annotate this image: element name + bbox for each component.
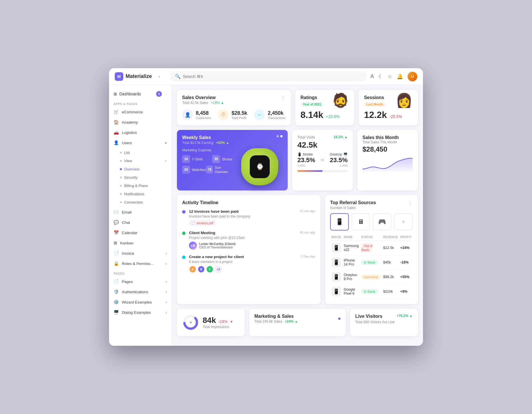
timeline-time-2: 45 min ago [300,231,315,235]
product-name: Samsung s22 [342,241,360,255]
person-avatar: LM [189,242,197,250]
weekly-right: ⌚ [237,148,283,185]
academy-label: Academy [122,120,138,124]
pages-label: Pages [122,280,133,284]
table-row: 📱 iPhone 14 Pro In Stock $45k -18% [330,255,413,270]
profit-icon: ⏱ [218,109,229,120]
table-row: 📱 Samsung s22 Out of Stock $12.5k +24% [330,241,413,255]
sidebar-item-dialog[interactable]: 🖥️ Dialog Examples › [109,307,172,317]
status-badge: Out of Stock [361,243,372,252]
desktop-icon: 🖥️ [343,152,348,156]
ratings-badge: Year of 2021 [301,102,323,106]
list-dot [120,152,122,154]
sidebar-sub-item-view[interactable]: View ∨ [109,157,172,165]
calendar-icon: 📅 [114,230,119,235]
device-add[interactable]: + [394,213,413,230]
impressions-icon: 🖥 [190,321,192,324]
timeline-desc-3: 6 team members in a project [189,260,315,264]
sidebar-item-chat[interactable]: 💬 Chat [109,217,172,228]
mobile-desktop-row: 📱 Mobile 23.5% 2,890 vs Desktop 🖥️ [297,152,348,167]
timeline-dot-1 [182,210,186,214]
dialog-icon: 🖥️ [114,310,119,315]
sidebar-sub-item-connection[interactable]: Connection [109,198,172,206]
referral-devices: 📱 🖥 🎮 + [330,213,413,230]
device-gamepad[interactable]: 🎮 [373,213,391,230]
sidebar-item-calendar[interactable]: 📅 Calendar [109,228,172,238]
sidebar-item-dashboards[interactable]: ⊞ Dashboards 5 › [109,89,172,99]
profit-value: $28.5k [231,110,247,116]
marketing-row-2: 26 Watches 78 Sun Glasses [182,165,232,174]
customers-label: Customers [196,116,211,120]
invoice-icon: 📄 [114,251,119,256]
sidebar-item-ecommerce[interactable]: 🛒 eCommerce [109,107,172,117]
product-revenue: $12.5k [382,241,399,255]
sales-overview-menu[interactable]: ⋮ [281,95,286,101]
chat-label: Chat [122,220,130,225]
moon-icon[interactable]: ☾ [378,73,383,80]
user-avatar[interactable]: U [408,72,417,81]
referral-menu[interactable]: ⋮ [408,200,413,206]
logo-area: M Materialize ‹ [115,72,166,81]
sidebar-item-logistics[interactable]: 🚗 Logistics [109,127,172,138]
visits-title: Total Visits [297,135,315,139]
search-icon: 🔍 [175,74,181,79]
sidebar-item-invoice[interactable]: 📄 Invoice › [109,248,172,258]
bell-icon[interactable]: 🔔 [397,73,403,80]
sidebar-item-email[interactable]: ✉️ Email [109,207,172,217]
desktop-pct: 23.5% [327,156,348,164]
stat-profit: ⏱ $28.5k Total Profit [218,109,247,120]
sidebar-item-roles[interactable]: 🔒 Roles & Permiss... › [109,258,172,269]
product-profit: -18% [399,255,413,270]
sidebar-sub-item-overview[interactable]: Overview [109,165,172,173]
wizard-label: Wizard Examples [122,300,152,304]
chat-icon: 💬 [114,220,119,225]
roles-label: Roles & Permiss... [122,262,154,266]
tshirt-item: 16 T-Shirt [182,155,203,163]
marketing-label: Marketing Expense [182,148,232,152]
kanban-icon: ⊞ [114,240,117,246]
sidebar-item-users[interactable]: 👤 Users ∨ [109,138,172,148]
stat-customers: 👤 8,458 Customers [182,109,211,120]
timeline-desc-2: Project meeting with john @10:15am [189,236,315,240]
search-input[interactable] [183,74,362,79]
sales-month-title: Sales this Month [362,135,413,140]
timeline-item-1: 12 Invoices have been paid 12 min ago In… [182,209,315,226]
product-img: 📱 [331,287,341,296]
invoice-label: Invoice [122,251,134,256]
timeline-title-3: Create a new project for client [189,255,244,259]
file-chip-1[interactable]: 📄 invoices.pdf [189,220,215,226]
sidebar-item-academy[interactable]: 🏠 Academy [109,117,172,127]
sidebar-item-pages[interactable]: 📄 Pages › [109,276,172,287]
translate-icon[interactable]: A [370,73,374,79]
team-avatars: A B C +3 [189,266,315,273]
star-icon[interactable]: ☆ [388,73,392,80]
logistics-label: Logistics [122,130,137,135]
sessions-title: Sessions [364,95,385,100]
app-name: Materialize [126,73,152,79]
mobile-pct: 23.5% [297,156,318,164]
sidebar-sub-item-billing[interactable]: Billing & Plans [109,182,172,190]
product-revenue: $45k [382,255,399,270]
roles-chevron: › [166,262,167,265]
desktop-label: Desktop 🖥️ [327,152,348,156]
watches-label: Watches [192,168,206,172]
device-phone[interactable]: 📱 [330,213,349,230]
product-name: Oneplus 9 Pro [342,270,360,284]
section-apps-label: APPS & PAGES [109,99,172,107]
view-dot [120,160,122,162]
mobile-block: 📱 Mobile 23.5% 2,890 [297,152,318,167]
search-bar[interactable]: 🔍 [171,72,366,81]
sidebar-sub-item-security[interactable]: Security [109,173,172,182]
sessions-avatar-3d: 👩 [396,93,413,108]
sidebar-item-auth[interactable]: 🛡️ Authentications › [109,287,172,297]
sidebar-item-kanban[interactable]: ⊞ Kanban [109,238,172,248]
auth-chevron: › [166,290,167,294]
sidebar-sub-item-notifications[interactable]: Notifications [109,190,172,198]
sidebar-item-wizard[interactable]: ⚙️ Wizard Examples › [109,297,172,307]
sales-month-amount: $28,450 [362,145,413,153]
team-av-1: A [189,266,196,273]
sidebar-sub-item-list[interactable]: List [109,148,172,157]
collapse-button[interactable]: ‹ [159,74,160,79]
timeline-dot-3 [182,256,186,259]
device-monitor[interactable]: 🖥 [352,213,370,230]
